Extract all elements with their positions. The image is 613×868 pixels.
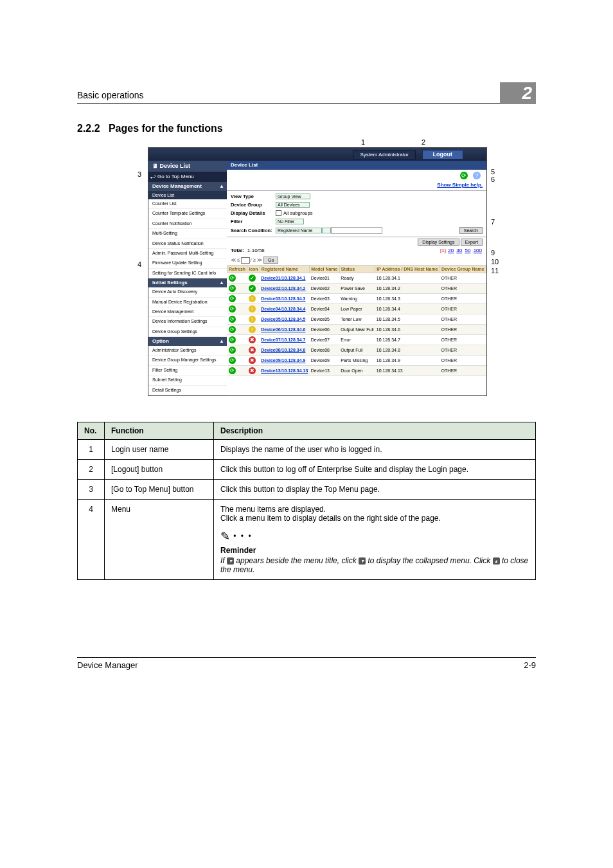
pager-prev-icon[interactable]: ≤	[237, 258, 240, 263]
device-link[interactable]: Device09/10.128.34.9	[261, 358, 305, 363]
table-row: ⟳!Device03/10.128.34.3Device03Warning10.…	[227, 294, 486, 304]
device-link[interactable]: Device08/10.128.34.8	[261, 348, 305, 352]
checkbox-all-subgroups[interactable]	[276, 210, 281, 216]
th-regname[interactable]: Registered Name	[260, 266, 310, 273]
table-row: ⟳✖Device07/10.128.34.7Device07Error10.12…	[227, 335, 486, 345]
pager-link[interactable]: 50	[465, 248, 471, 253]
pager-link[interactable]: 20	[448, 248, 454, 253]
sidebar-item[interactable]: Device Status Notification	[148, 239, 227, 249]
sidebar-item[interactable]: Device Auto Discovery	[148, 287, 227, 297]
select-filter[interactable]: No Filter	[276, 219, 304, 224]
export-button[interactable]: Export	[461, 239, 483, 246]
th-ip[interactable]: IP Address / DNS Host Name	[375, 266, 440, 273]
sidebar-item[interactable]: Counter List	[148, 199, 227, 209]
logout-button[interactable]: Logout	[422, 150, 464, 159]
search-input[interactable]	[331, 227, 382, 234]
select-search-field[interactable]: Registered Name	[276, 228, 322, 233]
pager-page-input[interactable]	[241, 257, 250, 264]
row-refresh-icon[interactable]: ⟳	[229, 357, 236, 364]
label-search-condition: Search Condition:	[231, 228, 276, 233]
table-row: ⟳!Device06/10.128.34.6Device06Output Nea…	[227, 325, 486, 335]
cell-group: OTHER	[440, 325, 486, 335]
table-row: ⟳✖Device09/10.128.34.9Device09Parts Miss…	[227, 356, 486, 366]
th-refresh[interactable]: Refresh	[227, 266, 247, 273]
sidebar-item[interactable]: Detail Settings	[148, 386, 227, 395]
topbar: System Administrator Logout	[148, 148, 486, 161]
pager-link[interactable]: 100	[474, 248, 482, 253]
th-icon[interactable]: Icon	[247, 266, 260, 273]
pager-first-icon[interactable]: ≪	[231, 258, 236, 263]
cell-group: OTHER	[440, 345, 486, 356]
sidebar-item-device-list[interactable]: Device List	[148, 191, 227, 199]
sidebar-title: 🖥 Device List	[148, 161, 227, 172]
device-link[interactable]: Device04/10.128.34.4	[261, 307, 305, 311]
sidebar-item[interactable]: Manual Device Registration	[148, 298, 227, 307]
cell-fn: [Logout] button	[105, 460, 214, 480]
row-refresh-icon[interactable]: ⟳	[229, 347, 236, 354]
refresh-icon[interactable]: ⟳	[460, 172, 468, 179]
cell-ip: 10.128.34.7	[375, 335, 440, 345]
sidebar-item[interactable]: Administrator Settings	[148, 346, 227, 356]
sidebar-item[interactable]: Firmware Update Setting	[148, 258, 227, 268]
callout-7: 7	[491, 218, 495, 226]
pager-link[interactable]: 30	[456, 248, 462, 253]
row-refresh-icon[interactable]: ⟳	[229, 316, 236, 323]
sidebar-item[interactable]: Subnet Setting	[148, 375, 227, 385]
sidebar-item[interactable]: Filter Setting	[148, 366, 227, 375]
sidebar-group-initial-settings[interactable]: Initial Settings ▴	[148, 278, 227, 287]
device-link[interactable]: Device13/10.128.34.13	[261, 368, 308, 373]
th-group[interactable]: Device Group Name	[440, 266, 486, 273]
sidebar-item[interactable]: Device Group Manager Settings	[148, 356, 227, 365]
checkbox-label: All subgroups	[283, 211, 312, 216]
row-status-icon: ✖	[249, 357, 256, 364]
sidebar-group-option[interactable]: Option ▴	[148, 337, 227, 346]
sidebar-item[interactable]: Device Group Settings	[148, 327, 227, 337]
sidebar-item[interactable]: Admin. Password Multi-Setting	[148, 249, 227, 258]
select-view-type[interactable]: Group View	[276, 194, 310, 199]
sidebar-item[interactable]: Setting for Sending IC Card Info	[148, 269, 227, 278]
search-button[interactable]: Search	[459, 227, 483, 234]
sidebar-item[interactable]: Device Management	[148, 307, 227, 317]
row-refresh-icon[interactable]: ⟳	[229, 326, 236, 333]
help-icon[interactable]: ?	[473, 172, 481, 179]
device-link[interactable]: Device03/10.128.34.3	[261, 296, 305, 301]
device-link[interactable]: Device02/10.128.34.2	[261, 286, 305, 291]
device-link[interactable]: Device07/10.128.34.7	[261, 338, 305, 342]
show-simple-help-link[interactable]: Show Simple help.	[437, 182, 483, 188]
cell-ip: 10.128.34.4	[375, 304, 440, 314]
sidebar-item[interactable]: Device Information Settings	[148, 317, 227, 327]
cell-fn: [Go to Top Menu] button	[105, 480, 214, 500]
row-status-icon: ✖	[249, 367, 256, 374]
th-description: Description	[214, 422, 536, 440]
sidebar-item[interactable]: Counter Template Settings	[148, 209, 227, 219]
select-device-group[interactable]: All Devices	[276, 202, 310, 208]
row-refresh-icon[interactable]: ⟳	[229, 367, 236, 374]
row-refresh-icon[interactable]: ⟳	[229, 305, 236, 312]
sidebar-item[interactable]: Counter Notification	[148, 219, 227, 229]
pager-next-icon[interactable]: ≥	[253, 258, 256, 263]
device-link[interactable]: Device01/10.128.34.1	[261, 276, 305, 280]
panel-title: Device List	[227, 161, 486, 170]
row-refresh-icon[interactable]: ⟳	[229, 275, 236, 282]
th-status[interactable]: Status	[339, 266, 375, 273]
cell-status: Output Full	[339, 345, 375, 356]
row-refresh-icon[interactable]: ⟳	[229, 295, 236, 302]
select-search-op[interactable]	[322, 228, 331, 233]
th-model[interactable]: Model Name	[310, 266, 339, 273]
cell-ip: 10.128.34.13	[375, 366, 440, 376]
row-refresh-icon[interactable]: ⟳	[229, 285, 236, 292]
display-settings-button[interactable]: Display Settings	[418, 239, 459, 246]
table-row: ⟳!Device04/10.128.34.4Device04Low Paper1…	[227, 304, 486, 314]
sidebar-item[interactable]: Multi-Setting	[148, 229, 227, 239]
callout-1: 1	[361, 138, 365, 146]
go-to-top-menu[interactable]: Go to Top Menu	[148, 172, 227, 182]
row-status-icon: !	[249, 305, 256, 312]
cell-ip: 10.128.34.1	[375, 273, 440, 284]
device-link[interactable]: Device05/10.128.34.5	[261, 317, 305, 321]
row-refresh-icon[interactable]: ⟳	[229, 336, 236, 343]
sidebar-group-device-management[interactable]: Device Management ▴	[148, 182, 227, 191]
chapter-badge: 2	[500, 82, 536, 104]
pager-last-icon[interactable]: ≫	[257, 258, 262, 263]
pager-go-button[interactable]: Go	[263, 257, 278, 264]
device-link[interactable]: Device06/10.128.34.6	[261, 327, 305, 332]
